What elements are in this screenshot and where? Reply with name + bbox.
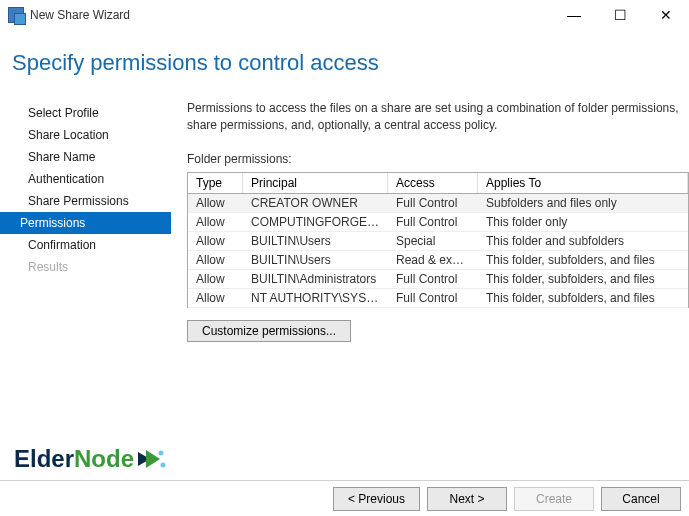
svg-point-3 <box>161 463 166 468</box>
cell-applies: This folder, subfolders, and files <box>478 289 688 307</box>
cell-access: Read & execute <box>388 251 478 269</box>
cell-principal: NT AUTHORITY\SYSTEM <box>243 289 388 307</box>
table-row[interactable]: Allow COMPUTINGFORGEE\te... Full Control… <box>188 213 688 232</box>
table-row[interactable]: Allow BUILTIN\Users Special This folder … <box>188 232 688 251</box>
wizard-header: Specify permissions to control access <box>0 30 689 88</box>
cell-type: Allow <box>188 194 243 212</box>
content-pane: Permissions to access the files on a sha… <box>171 88 689 478</box>
logo-mark-icon <box>136 444 166 474</box>
cancel-button[interactable]: Cancel <box>601 487 681 511</box>
table-row[interactable]: Allow NT AUTHORITY\SYSTEM Full Control T… <box>188 289 688 308</box>
header-access[interactable]: Access <box>388 173 478 193</box>
cell-access: Full Control <box>388 270 478 288</box>
logo-text-node: Node <box>74 445 134 473</box>
page-title: Specify permissions to control access <box>12 50 689 76</box>
cell-applies: Subfolders and files only <box>478 194 688 212</box>
next-button[interactable]: Next > <box>427 487 507 511</box>
sidebar-item-share-name[interactable]: Share Name <box>0 146 171 168</box>
table-row[interactable]: Allow BUILTIN\Users Read & execute This … <box>188 251 688 270</box>
previous-button[interactable]: < Previous <box>333 487 420 511</box>
wizard-footer: < Previous Next > Create Cancel <box>0 480 689 516</box>
cell-type: Allow <box>188 232 243 250</box>
logo-text-elder: Elder <box>14 445 74 473</box>
customize-permissions-button[interactable]: Customize permissions... <box>187 320 351 342</box>
cell-type: Allow <box>188 289 243 307</box>
window-title: New Share Wizard <box>30 8 130 22</box>
minimize-button[interactable]: — <box>551 0 597 30</box>
cell-applies: This folder only <box>478 213 688 231</box>
cell-type: Allow <box>188 213 243 231</box>
cell-type: Allow <box>188 270 243 288</box>
sidebar-item-share-permissions[interactable]: Share Permissions <box>0 190 171 212</box>
sidebar-item-confirmation[interactable]: Confirmation <box>0 234 171 256</box>
share-wizard-icon <box>8 7 24 23</box>
permissions-table: Type Principal Access Applies To Allow C… <box>187 172 689 308</box>
folder-permissions-label: Folder permissions: <box>187 152 689 166</box>
header-applies[interactable]: Applies To <box>478 173 688 193</box>
cell-applies: This folder and subfolders <box>478 232 688 250</box>
cell-type: Allow <box>188 251 243 269</box>
maximize-button[interactable]: ☐ <box>597 0 643 30</box>
cell-access: Full Control <box>388 289 478 307</box>
cell-principal: CREATOR OWNER <box>243 194 388 212</box>
sidebar-item-permissions[interactable]: Permissions <box>0 212 171 234</box>
cell-access: Special <box>388 232 478 250</box>
close-button[interactable]: ✕ <box>643 0 689 30</box>
wizard-steps-sidebar: Select Profile Share Location Share Name… <box>0 88 171 478</box>
cell-principal: COMPUTINGFORGEE\te... <box>243 213 388 231</box>
table-row[interactable]: Allow CREATOR OWNER Full Control Subfold… <box>188 194 688 213</box>
svg-point-2 <box>159 451 164 456</box>
sidebar-item-authentication[interactable]: Authentication <box>0 168 171 190</box>
sidebar-item-results: Results <box>0 256 171 278</box>
header-type[interactable]: Type <box>188 173 243 193</box>
sidebar-item-select-profile[interactable]: Select Profile <box>0 102 171 124</box>
description-text: Permissions to access the files on a sha… <box>187 100 689 134</box>
table-row[interactable]: Allow BUILTIN\Administrators Full Contro… <box>188 270 688 289</box>
create-button: Create <box>514 487 594 511</box>
cell-principal: BUILTIN\Users <box>243 251 388 269</box>
cell-principal: BUILTIN\Users <box>243 232 388 250</box>
header-principal[interactable]: Principal <box>243 173 388 193</box>
titlebar: New Share Wizard — ☐ ✕ <box>0 0 689 30</box>
sidebar-item-share-location[interactable]: Share Location <box>0 124 171 146</box>
cell-applies: This folder, subfolders, and files <box>478 251 688 269</box>
cell-applies: This folder, subfolders, and files <box>478 270 688 288</box>
cell-access: Full Control <box>388 194 478 212</box>
table-header: Type Principal Access Applies To <box>188 173 688 194</box>
eldernode-logo: ElderNode <box>14 444 166 474</box>
cell-principal: BUILTIN\Administrators <box>243 270 388 288</box>
svg-marker-1 <box>146 450 160 468</box>
cell-access: Full Control <box>388 213 478 231</box>
